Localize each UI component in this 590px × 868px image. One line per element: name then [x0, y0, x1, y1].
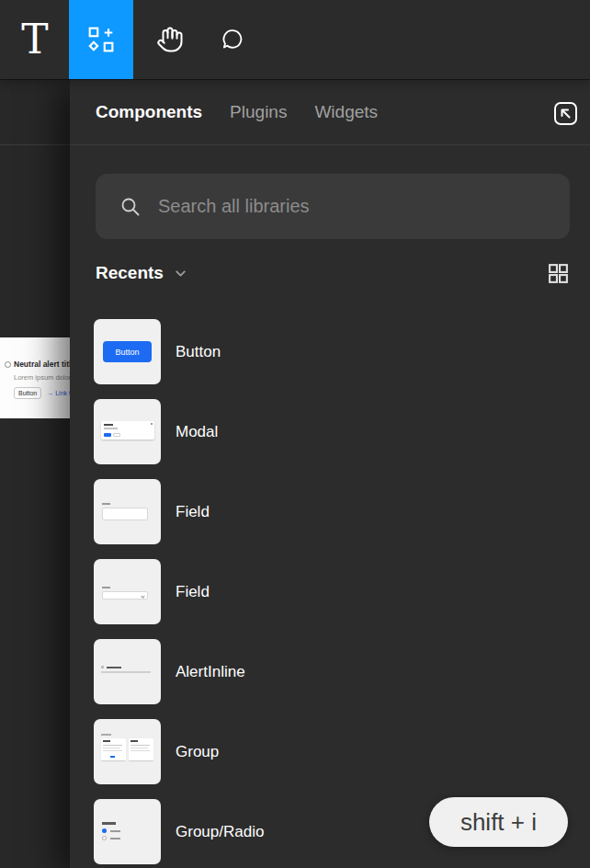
chevron-down-icon [173, 266, 188, 281]
list-item-alertinline[interactable]: AlertInline [94, 639, 572, 704]
comment-tool-button[interactable] [206, 0, 259, 79]
search-bar [96, 174, 570, 239]
item-label: Field [176, 503, 210, 521]
thumb-preview-field-select [94, 559, 161, 624]
grid-view-toggle[interactable] [547, 262, 570, 285]
component-list: Button Button Modal Field [94, 319, 572, 868]
assets-tool-icon [87, 26, 115, 53]
list-item-field[interactable]: Field [94, 479, 572, 544]
item-label: Group [176, 743, 219, 761]
section-dropdown[interactable] [173, 266, 188, 281]
info-icon [5, 361, 11, 368]
text-tool-icon: T [21, 19, 48, 60]
alert-button: Button [14, 387, 41, 399]
list-item-field-2[interactable]: Field [94, 559, 572, 624]
panel-header: Components Plugins Widgets [70, 79, 590, 145]
item-label: Modal [176, 423, 218, 441]
mini-modal [101, 421, 154, 440]
assets-panel: Components Plugins Widgets Recents [70, 79, 590, 868]
tab-components[interactable]: Components [96, 102, 202, 122]
section-header: Recents [96, 259, 570, 287]
canvas-area[interactable]: Neutral alert title Lorem ipsum dolor am… [0, 79, 70, 868]
search-icon [119, 196, 142, 218]
mini-button: Button [103, 341, 152, 362]
thumb-preview-group-radio [94, 799, 161, 864]
grid-view-icon [547, 262, 570, 285]
canvas-alert-component[interactable]: Neutral alert title Lorem ipsum dolor am… [0, 337, 70, 418]
tab-widgets[interactable]: Widgets [314, 102, 378, 122]
thumb-preview-button: Button [94, 319, 161, 384]
item-label: AlertInline [176, 663, 245, 681]
hand-tool-icon [156, 26, 184, 53]
item-label: Field [176, 583, 210, 601]
hand-tool-button[interactable] [143, 0, 197, 79]
list-item-button[interactable]: Button Button [94, 319, 572, 384]
thumb-preview-modal [94, 399, 161, 464]
thumb-preview-alertinline [94, 639, 161, 704]
alert-title: Neutral alert title [14, 360, 70, 369]
list-item-group[interactable]: Group [94, 719, 572, 784]
list-item-modal[interactable]: Modal [94, 399, 572, 464]
thumb-preview-group [94, 719, 161, 784]
tab-plugins[interactable]: Plugins [230, 102, 287, 122]
toolbar: T [0, 0, 590, 79]
figma-app: T [0, 0, 590, 868]
section-title: Recents [96, 263, 164, 283]
alert-link: → Link text [47, 390, 70, 396]
shortcut-hint-badge: shift + i [429, 797, 568, 847]
thumb-preview-field [94, 479, 161, 544]
text-tool-button[interactable]: T [9, 0, 61, 79]
item-label: Button [176, 343, 221, 361]
item-label: Group/Radio [176, 823, 264, 841]
insert-cursor-icon [553, 101, 578, 126]
comment-tool-icon [220, 27, 245, 52]
canvas-frame-edge [0, 144, 70, 145]
alert-body-text: Lorem ipsum dolor amet conse [14, 373, 70, 382]
insert-instance-button[interactable] [552, 100, 578, 126]
search-input[interactable] [158, 196, 551, 217]
panel-tabs: Components Plugins Widgets [96, 79, 378, 145]
assets-tool-button[interactable] [69, 0, 133, 79]
